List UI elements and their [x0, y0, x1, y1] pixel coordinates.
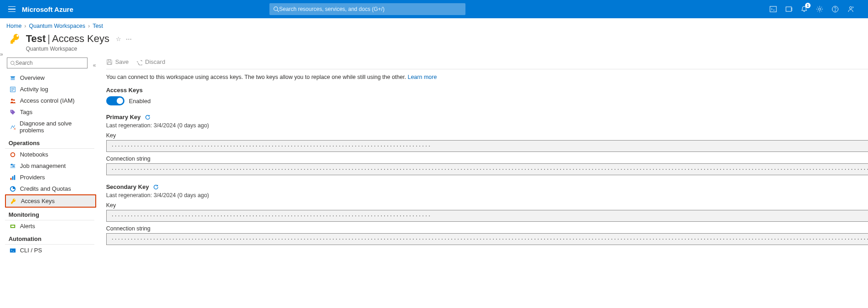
svg-line-10: [14, 64, 15, 65]
notifications-icon[interactable]: 1: [801, 5, 808, 13]
content-pane: Save Discard You can connect to this wor…: [98, 56, 868, 256]
command-bar: Save Discard: [106, 56, 868, 69]
secondary-regen-time: Last regeneration: 3/4/2024 (0 days ago): [106, 192, 868, 198]
nav-overview[interactable]: Overview: [5, 72, 98, 84]
global-search-input[interactable]: [279, 6, 461, 12]
nav-section-monitoring: Monitoring: [5, 208, 94, 220]
secondary-conn-field[interactable]: ········································…: [106, 233, 868, 245]
expand-blade-icon[interactable]: »: [0, 31, 3, 256]
primary-conn-label: Connection string: [106, 156, 868, 162]
learn-more-link[interactable]: Learn more: [408, 74, 437, 80]
log-icon: [10, 86, 16, 93]
regenerate-secondary-icon[interactable]: [153, 184, 159, 190]
quota-icon: [10, 185, 16, 192]
svg-rect-27: [14, 175, 16, 180]
svg-point-7: [835, 10, 835, 11]
primary-key-field[interactable]: ········································…: [106, 140, 868, 152]
svg-point-18: [11, 110, 12, 111]
secondary-key-section: Secondary Key Last regeneration: 3/4/202…: [106, 183, 868, 245]
svg-rect-11: [11, 78, 15, 80]
nav-providers[interactable]: Providers: [5, 172, 98, 183]
svg-rect-31: [10, 248, 16, 252]
topbar-icons: 1: [770, 5, 863, 13]
svg-point-17: [13, 99, 15, 101]
providers-icon: [10, 174, 16, 181]
search-icon: [10, 60, 16, 66]
description: You can connect to this workspace using …: [106, 74, 868, 80]
nav-access-control[interactable]: Access control (IAM): [5, 95, 98, 106]
svg-rect-30: [11, 225, 15, 227]
svg-rect-4: [786, 7, 791, 11]
cli-icon: [10, 247, 16, 254]
save-button[interactable]: Save: [106, 58, 129, 65]
breadcrumb: Home › Quantum Workspaces › Test: [0, 18, 868, 31]
secondary-key-label: Key: [106, 202, 868, 209]
key-icon: [10, 198, 17, 204]
svg-point-0: [274, 7, 277, 10]
page-title: Test|Access Keys: [26, 33, 109, 45]
help-icon[interactable]: [832, 5, 839, 13]
nav-alerts[interactable]: Alerts: [5, 220, 98, 232]
svg-rect-2: [770, 6, 776, 12]
primary-regen-time: Last regeneration: 3/4/2024 (0 days ago): [106, 122, 868, 129]
primary-conn-field[interactable]: ········································…: [106, 163, 868, 175]
people-icon: [10, 97, 16, 104]
nav-activity-log[interactable]: Activity log: [5, 84, 98, 95]
access-keys-toggle[interactable]: [106, 96, 124, 105]
discard-button[interactable]: Discard: [136, 58, 165, 65]
notification-badge: 1: [805, 3, 811, 8]
svg-rect-25: [10, 177, 12, 179]
collapse-menu-icon[interactable]: «: [93, 62, 96, 68]
key-icon: [10, 33, 21, 45]
nav-job-management[interactable]: Job management: [5, 160, 98, 172]
svg-point-8: [850, 7, 852, 9]
undo-icon: [136, 59, 142, 65]
nav-notebooks[interactable]: Notebooks: [5, 149, 98, 160]
secondary-conn-label: Connection string: [106, 225, 868, 232]
nav-cli-ps[interactable]: CLI / PS: [5, 245, 98, 256]
directory-filter-icon[interactable]: [785, 5, 792, 13]
secondary-key-field[interactable]: ········································…: [106, 210, 868, 222]
svg-rect-24: [13, 166, 15, 167]
notebook-icon: [10, 151, 16, 158]
nav-section-automation: Automation: [5, 232, 94, 245]
diagnose-icon: [10, 124, 16, 131]
svg-line-1: [277, 10, 279, 12]
svg-rect-23: [11, 164, 13, 165]
svg-rect-26: [12, 176, 14, 180]
primary-key-label: Key: [106, 132, 868, 139]
search-icon: [273, 6, 279, 12]
menu-search-input[interactable]: [16, 60, 84, 66]
page-title-row: Test|Access Keys ☆ ⋯ ✕: [3, 31, 868, 47]
global-search[interactable]: [269, 3, 465, 15]
overview-icon: [10, 74, 16, 81]
feedback-icon[interactable]: [847, 5, 854, 13]
toggle-state-label: Enabled: [129, 98, 151, 104]
access-keys-label: Access Keys: [106, 87, 868, 94]
nav-tags[interactable]: Tags: [5, 106, 98, 118]
breadcrumb-item[interactable]: Quantum Workspaces: [29, 23, 85, 29]
menu-icon[interactable]: [5, 5, 14, 14]
breadcrumb-item[interactable]: Home: [6, 23, 21, 29]
menu-search[interactable]: [7, 57, 88, 68]
svg-point-5: [819, 8, 821, 10]
regenerate-primary-icon[interactable]: [145, 114, 151, 120]
svg-rect-33: [108, 59, 110, 61]
jobs-icon: [10, 162, 16, 169]
svg-point-19: [11, 152, 15, 157]
nav-credits-quotas[interactable]: Credits and Quotas: [5, 183, 98, 194]
nav-diagnose[interactable]: Diagnose and solve problems: [5, 118, 98, 136]
svg-point-9: [10, 61, 14, 64]
nav-section-operations: Operations: [5, 136, 94, 149]
settings-icon[interactable]: [816, 5, 823, 13]
svg-rect-34: [108, 62, 111, 64]
more-icon[interactable]: ⋯: [126, 36, 132, 42]
tag-icon: [10, 109, 16, 115]
nav-access-keys[interactable]: Access Keys: [6, 195, 95, 207]
favorite-icon[interactable]: ☆: [116, 36, 121, 42]
cloud-shell-icon[interactable]: [770, 5, 777, 13]
brand-label: Microsoft Azure: [22, 5, 73, 13]
save-icon: [106, 59, 113, 65]
page-subtitle: Quantum Workspace: [20, 46, 868, 56]
breadcrumb-item[interactable]: Test: [93, 23, 103, 29]
